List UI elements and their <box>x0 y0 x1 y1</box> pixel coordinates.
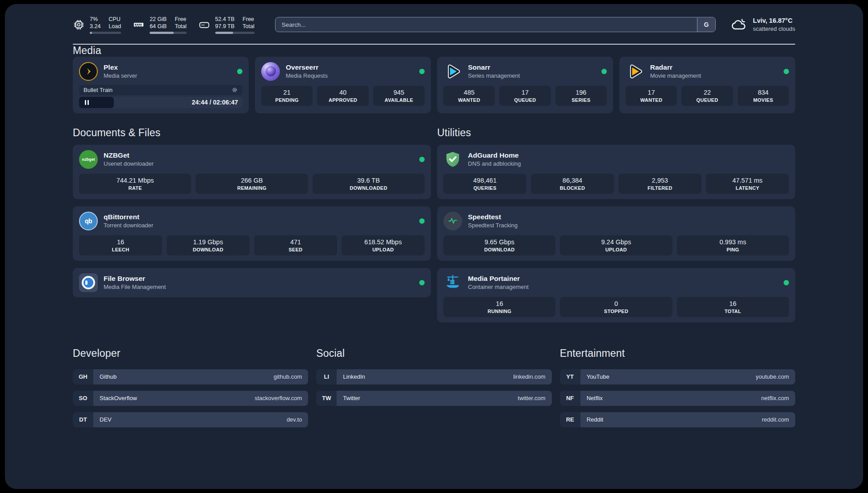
stat-tile: 86,384BLOCKED <box>531 174 614 194</box>
stat-tile: 22QUEUED <box>681 86 733 106</box>
link-url: twitter.com <box>518 395 546 401</box>
app-name: Media Portainer <box>468 274 529 283</box>
section-title-social: Social <box>316 347 551 359</box>
link-name: YouTube <box>587 373 609 380</box>
link-netflix[interactable]: NF Netflixnetflix.com <box>560 391 795 406</box>
status-dot <box>419 157 425 162</box>
now-playing-title: Bullet Train <box>83 87 113 93</box>
link-name: DEV <box>100 416 112 423</box>
search-input[interactable] <box>275 17 716 32</box>
link-url: linkedin.com <box>513 373 545 380</box>
stat-tile: 0STOPPED <box>560 297 672 317</box>
stat-tile: 196SERIES <box>555 86 607 106</box>
stat-tile: 17QUEUED <box>499 86 551 106</box>
link-linkedin[interactable]: LI LinkedInlinkedin.com <box>316 369 551 384</box>
link-twitter[interactable]: TW Twittertwitter.com <box>316 391 551 406</box>
stat-tile: 47.571 msLATENCY <box>706 174 789 194</box>
app-card-plex[interactable]: Plex Media server Bullet Train 24:44 / 0… <box>73 57 249 113</box>
app-name: Sonarr <box>468 63 520 72</box>
app-card-nzbget[interactable]: nzbget NZBGet Usenet downloader 744.21 M… <box>73 145 431 199</box>
cpu-progress-bar <box>90 32 121 34</box>
storage-free-value: 52.4 TB <box>215 16 235 23</box>
search-engine-button[interactable]: G <box>697 18 715 32</box>
app-card-adguard[interactable]: AdGuard Home DNS and adblocking 498,461Q… <box>437 145 795 199</box>
link-url: youtube.com <box>756 373 789 380</box>
link-name: Twitter <box>343 395 360 401</box>
app-card-sonarr[interactable]: Sonarr Series management 485WANTED 17QUE… <box>437 57 613 113</box>
radarr-icon <box>626 62 644 81</box>
link-url: dev.to <box>287 416 302 423</box>
link-name: Reddit <box>587 416 604 423</box>
app-name: NZBGet <box>104 151 154 160</box>
app-name: File Browser <box>104 274 166 283</box>
now-playing-row: Bullet Train <box>79 85 242 95</box>
entertainment-column: Entertainment YT YouTubeyoutube.com NF N… <box>560 347 795 427</box>
section-title-entertainment: Entertainment <box>560 347 795 359</box>
adguard-icon <box>443 150 462 169</box>
cpu-load-value: 3.24 <box>90 23 100 30</box>
app-desc: Speedtest Tracking <box>468 221 517 229</box>
stat-tile: 9.24 GbpsUPLOAD <box>560 235 672 255</box>
storage-progress-bar <box>215 32 255 34</box>
stat-tile: 9.65 GbpsDOWNLOAD <box>443 235 555 255</box>
link-abbr: RE <box>560 412 580 427</box>
memory-total-value: 64 GiB <box>150 23 167 30</box>
link-url: github.com <box>274 373 302 380</box>
stat-tile: 471SEED <box>254 235 337 255</box>
stat-tile: 834MOVIES <box>738 86 789 106</box>
filebrowser-icon <box>79 273 98 292</box>
playback-progress-bar: 24:44 / 02:06:47 <box>79 97 242 108</box>
plex-icon <box>79 62 98 81</box>
storage-free-label: Free <box>242 16 254 23</box>
memory-icon <box>133 19 145 31</box>
app-card-overseerr[interactable]: Overseerr Media Requests 21PENDING 40APP… <box>255 57 431 113</box>
link-name: Github <box>100 373 117 380</box>
link-url: reddit.com <box>762 416 789 423</box>
portainer-icon <box>443 273 462 292</box>
stat-tile: 16TOTAL <box>677 297 789 317</box>
stat-tile: 1.19 GbpsDOWNLOAD <box>167 235 250 255</box>
app-card-qbittorrent[interactable]: qb qBittorrent Torrent downloader 16LEEC… <box>73 206 431 261</box>
playback-elapsed <box>79 97 114 108</box>
storage-widget: 52.4 TB 97.9 TB Free Total <box>198 16 255 34</box>
link-dev-to[interactable]: DT DEVdev.to <box>73 412 308 427</box>
app-card-radarr[interactable]: Radarr Movie management 17WANTED 22QUEUE… <box>619 57 795 113</box>
stat-tile: 0.993 msPING <box>677 235 789 255</box>
link-abbr: DT <box>73 412 93 427</box>
section-title-documents: Documents & Files <box>73 127 431 139</box>
search-bar: G <box>275 17 716 32</box>
gear-icon[interactable] <box>231 87 238 93</box>
app-desc: Media server <box>104 72 137 79</box>
link-name: StackOverflow <box>100 395 137 401</box>
storage-total-value: 97.9 TB <box>215 23 235 30</box>
link-youtube[interactable]: YT YouTubeyoutube.com <box>560 369 795 384</box>
app-desc: Media File Management <box>104 283 166 291</box>
link-stackoverflow[interactable]: SO StackOverflowstackoverflow.com <box>73 391 308 406</box>
app-name: AdGuard Home <box>468 151 521 160</box>
cloud-icon <box>731 17 747 33</box>
media-card-row: Plex Media server Bullet Train 24:44 / 0… <box>73 57 795 113</box>
nzbget-icon: nzbget <box>79 150 98 169</box>
link-abbr: LI <box>316 369 337 384</box>
app-name: Speedtest <box>468 213 517 221</box>
link-reddit[interactable]: RE Redditreddit.com <box>560 412 795 427</box>
link-abbr: SO <box>73 391 93 406</box>
link-url: stackoverflow.com <box>255 395 302 401</box>
dashboard-page: 7% 3.24 CPU Load <box>5 4 863 489</box>
top-bar: 7% 3.24 CPU Load <box>73 16 795 34</box>
link-abbr: NF <box>560 391 580 406</box>
app-card-filebrowser[interactable]: File Browser Media File Management <box>73 268 431 297</box>
storage-total-label: Total <box>242 23 254 30</box>
cpu-chip-icon <box>73 19 85 31</box>
playback-time: 24:44 / 02:06:47 <box>192 99 238 106</box>
weather-location: Lviv, 16.87°C <box>753 17 795 25</box>
app-card-portainer[interactable]: Media Portainer Container management 16R… <box>437 268 795 322</box>
app-desc: Torrent downloader <box>104 221 153 229</box>
link-abbr: YT <box>560 369 580 384</box>
link-github[interactable]: GH Githubgithub.com <box>73 369 308 384</box>
weather-widget: Lviv, 16.87°C scattered clouds <box>731 17 795 33</box>
link-name: LinkedIn <box>343 373 365 380</box>
developer-column: Developer GH Githubgithub.com SO StackOv… <box>73 347 308 427</box>
app-card-speedtest[interactable]: Speedtest Speedtest Tracking 9.65 GbpsDO… <box>437 206 795 261</box>
status-dot <box>419 69 425 74</box>
